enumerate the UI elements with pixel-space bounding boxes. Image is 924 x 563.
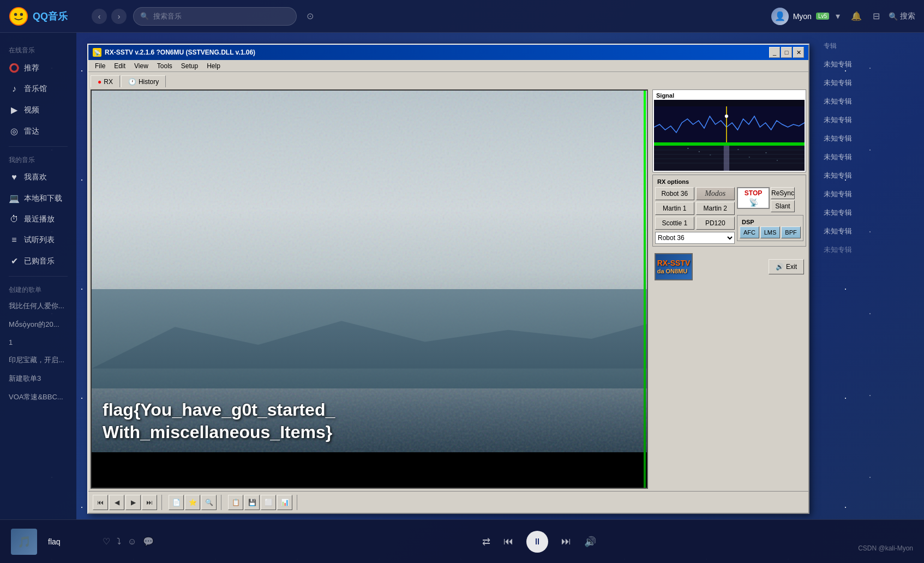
- sidebar-item-music-hall[interactable]: ♪ 音乐馆: [0, 79, 76, 99]
- album-item-3[interactable]: 未知专辑: [815, 92, 924, 111]
- album-item-6[interactable]: 未知专辑: [815, 148, 924, 166]
- tab-rx[interactable]: ● RX: [91, 75, 120, 87]
- svg-rect-18: [749, 157, 750, 158]
- toolbar-first-button[interactable]: ⏮: [93, 495, 108, 510]
- volume-button[interactable]: 🔊: [584, 536, 596, 548]
- scottie-1-button[interactable]: Scottie 1: [655, 217, 694, 230]
- notification-icon[interactable]: 🔔: [849, 9, 864, 23]
- svg-point-2: [20, 13, 23, 15]
- minimize-button[interactable]: _: [769, 47, 780, 58]
- sidebar-item-label: 视频: [24, 105, 39, 115]
- rx-tab-icon: ●: [98, 78, 101, 86]
- toolbar-last-button[interactable]: ⏭: [142, 495, 157, 510]
- menu-tools[interactable]: Tools: [153, 61, 177, 71]
- svg-rect-13: [724, 146, 729, 171]
- menu-help[interactable]: Help: [202, 61, 225, 71]
- sstv-tabs: ● RX 🕐 History: [88, 72, 808, 87]
- sidebar-item-radar[interactable]: ◎ 雷达: [0, 121, 76, 142]
- player-heart-button[interactable]: ♡: [103, 536, 110, 547]
- nav-back-button[interactable]: ‹: [92, 9, 107, 24]
- playlist-item-4[interactable]: 印尼宝藏，开启...: [0, 351, 76, 369]
- toolbar-doc-button[interactable]: 📄: [169, 495, 184, 510]
- sidebar-item-recommend[interactable]: ⭕ 推荐: [0, 57, 76, 79]
- toolbar-prev-button[interactable]: ◀: [109, 495, 124, 510]
- playlist-item-1[interactable]: 我比任何人爱你...: [0, 297, 76, 315]
- main-content: 📡 RX-SSTV v.2.1.6 ?ON6MU (SSTVENG.DLL v.…: [76, 33, 924, 519]
- playlist-item-5[interactable]: 新建歌单3: [0, 369, 76, 388]
- robot-36-button[interactable]: Robot 36: [655, 187, 694, 200]
- menu-edit[interactable]: Edit: [110, 61, 130, 71]
- album-item-11[interactable]: 未知专辑: [815, 241, 924, 259]
- slant-button[interactable]: Slant: [771, 200, 795, 212]
- nav-forward-button[interactable]: ›: [111, 9, 127, 24]
- sidebar-item-label: 音乐馆: [24, 84, 47, 94]
- tab-history[interactable]: 🕐 History: [121, 75, 166, 87]
- next-button[interactable]: ⏭: [561, 536, 571, 547]
- player-comment-button[interactable]: 💬: [143, 536, 154, 547]
- toolbar-crop-button[interactable]: ⬜: [261, 495, 276, 510]
- search-top-button[interactable]: 🔍 搜索: [889, 11, 915, 21]
- menu-view[interactable]: View: [130, 61, 153, 71]
- resync-button[interactable]: ReSync: [771, 187, 795, 199]
- player-download-button[interactable]: ⤵: [117, 537, 121, 547]
- martin-1-button[interactable]: Martin 1: [655, 202, 694, 215]
- maximize-button[interactable]: □: [781, 47, 792, 58]
- video-icon: ▶: [9, 105, 20, 115]
- sidebar-item-local-download[interactable]: 💻 本地和下载: [0, 188, 76, 209]
- stop-button[interactable]: STOP 📡: [737, 187, 770, 209]
- top-search-bar[interactable]: 🔍 搜索音乐: [133, 7, 297, 26]
- toolbar-chart-button[interactable]: 📊: [277, 495, 292, 510]
- prev-button[interactable]: ⏮: [503, 536, 513, 547]
- album-item-1[interactable]: 未知专辑: [815, 55, 924, 74]
- rx-buttons-col: Robot 36 Modos Martin 1 Martin 2 Scottie…: [655, 187, 735, 244]
- location-button[interactable]: ⊙: [301, 8, 319, 25]
- album-item-7[interactable]: 未知专辑: [815, 166, 924, 185]
- album-item-8[interactable]: 未知专辑: [815, 185, 924, 203]
- playlist-item-6[interactable]: VOA常速&BBC...: [0, 388, 76, 406]
- rx-mode-dropdown[interactable]: Robot 36 Martin 1 Martin 2 Scottie 1 PD1…: [655, 232, 735, 244]
- album-item-5[interactable]: 未知专辑: [815, 129, 924, 148]
- playlist-item-2[interactable]: Mồ̀sọ̀yon的20...: [0, 315, 76, 334]
- sstv-logo-rx: RX-SSTV: [657, 259, 691, 267]
- toolbar-play-button[interactable]: ▶: [125, 495, 141, 510]
- toolbar-save-button[interactable]: ⭐: [185, 495, 200, 510]
- play-pause-button[interactable]: ⏸: [526, 531, 548, 553]
- sstv-text-overlay: flag{You_have_g0t_started_ With_miscella…: [103, 399, 636, 444]
- exit-button[interactable]: 🔊 Exit: [769, 259, 804, 274]
- toolbar-zoom-button[interactable]: 🔍: [201, 495, 217, 510]
- sidebar-item-label: 已购音乐: [24, 256, 55, 266]
- app-title: QQ音乐: [33, 10, 68, 23]
- pd120-button[interactable]: PD120: [696, 217, 735, 230]
- menu-setup[interactable]: Setup: [177, 61, 202, 71]
- album-item-10[interactable]: 未知专辑: [815, 222, 924, 241]
- playlist-item-3[interactable]: 1: [0, 334, 76, 351]
- album-item-4[interactable]: 未知专辑: [815, 111, 924, 129]
- player-emoji-button[interactable]: ☺: [128, 537, 136, 547]
- modos-button[interactable]: Modos: [696, 187, 735, 200]
- shuffle-button[interactable]: ⇄: [482, 536, 490, 548]
- dsp-afc-button[interactable]: AFC: [740, 226, 759, 238]
- window-controls: _ □ ✕: [769, 47, 804, 58]
- created-section-title: 创建的歌单: [0, 281, 76, 297]
- local-icon: 💻: [9, 193, 20, 203]
- martin-2-button[interactable]: Martin 2: [696, 202, 735, 215]
- toolbar-save2-button[interactable]: 💾: [244, 495, 260, 510]
- signal-display: 1200 1500 1900 2300: [654, 100, 805, 171]
- toolbar-copy-button[interactable]: 📋: [228, 495, 243, 510]
- chevron-down-icon[interactable]: ▾: [833, 9, 842, 23]
- sidebar-item-favorites[interactable]: ♥ 我喜欢: [0, 167, 76, 188]
- sstv-main-area: flag{You_have_g0t_started_ With_miscella…: [88, 87, 808, 491]
- album-item-9[interactable]: 未知专辑: [815, 203, 924, 222]
- close-button[interactable]: ✕: [793, 47, 804, 58]
- dsp-section: DSP AFC LMS BPF: [737, 215, 803, 241]
- sidebar-item-playlist[interactable]: ≡ 试听列表: [0, 230, 76, 250]
- menu-file[interactable]: File: [91, 61, 110, 71]
- settings-icon[interactable]: ⊟: [871, 9, 882, 23]
- dsp-lms-button[interactable]: LMS: [760, 226, 780, 238]
- sidebar-item-video[interactable]: ▶ 视频: [0, 99, 76, 121]
- sstv-logo-image: RX-SSTV da ON8MU: [655, 253, 693, 280]
- sidebar-item-purchased[interactable]: ✔ 已购音乐: [0, 250, 76, 272]
- dsp-bpf-button[interactable]: BPF: [781, 226, 801, 238]
- sidebar-item-recent[interactable]: ⏱ 最近播放: [0, 209, 76, 230]
- album-item-2[interactable]: 未知专辑: [815, 74, 924, 92]
